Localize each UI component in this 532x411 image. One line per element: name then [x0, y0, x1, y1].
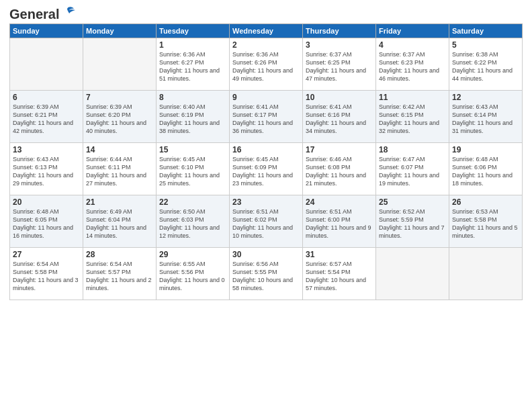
calendar-day-cell	[10, 38, 83, 91]
day-number: 7	[86, 93, 153, 102]
day-number: 23	[232, 197, 300, 207]
calendar-day-cell: 12Sunrise: 6:43 AM Sunset: 6:14 PM Dayli…	[449, 91, 523, 143]
page-container: General SundayMondayTuesdayWednesdayThur…	[0, 0, 532, 411]
day-info: Sunrise: 6:48 AM Sunset: 6:06 PM Dayligh…	[452, 155, 519, 188]
calendar-day-cell: 4Sunrise: 6:37 AM Sunset: 6:23 PM Daylig…	[376, 38, 449, 91]
day-number: 10	[306, 93, 373, 102]
calendar-day-cell: 29Sunrise: 6:55 AM Sunset: 5:56 PM Dayli…	[157, 248, 230, 300]
calendar-day-cell: 27Sunrise: 6:54 AM Sunset: 5:58 PM Dayli…	[10, 248, 83, 300]
weekday-header: Wednesday	[230, 24, 303, 38]
day-number: 25	[379, 197, 446, 207]
day-info: Sunrise: 6:41 AM Sunset: 6:17 PM Dayligh…	[232, 103, 300, 136]
day-info: Sunrise: 6:37 AM Sunset: 6:23 PM Dayligh…	[379, 50, 446, 83]
day-number: 2	[232, 40, 300, 50]
weekday-header: Sunday	[10, 24, 83, 38]
day-number: 19	[452, 145, 519, 154]
day-info: Sunrise: 6:51 AM Sunset: 6:02 PM Dayligh…	[232, 208, 300, 240]
calendar-day-cell	[83, 38, 157, 91]
day-info: Sunrise: 6:53 AM Sunset: 5:58 PM Dayligh…	[452, 208, 519, 240]
header: General	[9, 7, 523, 19]
calendar-week-row: 6Sunrise: 6:39 AM Sunset: 6:21 PM Daylig…	[10, 91, 523, 143]
day-info: Sunrise: 6:48 AM Sunset: 6:05 PM Dayligh…	[13, 208, 80, 240]
calendar-day-cell: 14Sunrise: 6:44 AM Sunset: 6:11 PM Dayli…	[83, 143, 157, 195]
day-number: 5	[452, 40, 519, 50]
day-number: 11	[379, 93, 446, 102]
day-number: 14	[86, 145, 153, 154]
day-number: 12	[452, 93, 519, 102]
logo: General	[9, 7, 75, 19]
day-number: 1	[159, 40, 226, 50]
day-info: Sunrise: 6:39 AM Sunset: 6:21 PM Dayligh…	[13, 103, 80, 136]
calendar-day-cell: 1Sunrise: 6:36 AM Sunset: 6:27 PM Daylig…	[157, 38, 230, 91]
day-info: Sunrise: 6:40 AM Sunset: 6:19 PM Dayligh…	[159, 103, 226, 136]
calendar-day-cell: 19Sunrise: 6:48 AM Sunset: 6:06 PM Dayli…	[449, 143, 523, 195]
calendar-day-cell: 20Sunrise: 6:48 AM Sunset: 6:05 PM Dayli…	[10, 195, 83, 248]
calendar-day-cell: 28Sunrise: 6:54 AM Sunset: 5:57 PM Dayli…	[83, 248, 157, 300]
logo-general: General	[9, 7, 59, 22]
calendar-day-cell: 25Sunrise: 6:52 AM Sunset: 5:59 PM Dayli…	[376, 195, 449, 248]
calendar-day-cell: 15Sunrise: 6:45 AM Sunset: 6:10 PM Dayli…	[157, 143, 230, 195]
day-info: Sunrise: 6:45 AM Sunset: 6:09 PM Dayligh…	[232, 155, 300, 188]
day-number: 17	[306, 145, 373, 154]
calendar-day-cell: 21Sunrise: 6:49 AM Sunset: 6:04 PM Dayli…	[83, 195, 157, 248]
day-info: Sunrise: 6:51 AM Sunset: 6:00 PM Dayligh…	[306, 208, 373, 240]
calendar-header-row: SundayMondayTuesdayWednesdayThursdayFrid…	[10, 24, 523, 38]
day-number: 15	[159, 145, 226, 154]
calendar-week-row: 27Sunrise: 6:54 AM Sunset: 5:58 PM Dayli…	[10, 248, 523, 300]
day-info: Sunrise: 6:39 AM Sunset: 6:20 PM Dayligh…	[86, 103, 153, 136]
day-number: 4	[379, 40, 446, 50]
weekday-header: Friday	[376, 24, 449, 38]
day-number: 30	[232, 250, 300, 259]
calendar-week-row: 13Sunrise: 6:43 AM Sunset: 6:13 PM Dayli…	[10, 143, 523, 195]
day-number: 21	[86, 197, 153, 207]
calendar-day-cell: 16Sunrise: 6:45 AM Sunset: 6:09 PM Dayli…	[230, 143, 303, 195]
weekday-header: Thursday	[303, 24, 376, 38]
day-info: Sunrise: 6:55 AM Sunset: 5:56 PM Dayligh…	[159, 260, 226, 293]
day-info: Sunrise: 6:44 AM Sunset: 6:11 PM Dayligh…	[86, 155, 153, 188]
day-number: 31	[306, 250, 373, 259]
calendar-day-cell: 30Sunrise: 6:56 AM Sunset: 5:55 PM Dayli…	[230, 248, 303, 300]
weekday-header: Monday	[83, 24, 157, 38]
calendar-day-cell: 31Sunrise: 6:57 AM Sunset: 5:54 PM Dayli…	[303, 248, 376, 300]
day-number: 24	[306, 197, 373, 207]
day-info: Sunrise: 6:57 AM Sunset: 5:54 PM Dayligh…	[306, 260, 373, 293]
day-info: Sunrise: 6:54 AM Sunset: 5:57 PM Dayligh…	[86, 260, 153, 293]
calendar-day-cell: 7Sunrise: 6:39 AM Sunset: 6:20 PM Daylig…	[83, 91, 157, 143]
day-info: Sunrise: 6:56 AM Sunset: 5:55 PM Dayligh…	[232, 260, 300, 293]
calendar-day-cell: 24Sunrise: 6:51 AM Sunset: 6:00 PM Dayli…	[303, 195, 376, 248]
calendar-table: SundayMondayTuesdayWednesdayThursdayFrid…	[9, 24, 523, 300]
day-number: 26	[452, 197, 519, 207]
day-number: 3	[306, 40, 373, 50]
logo-bird-icon	[60, 6, 75, 18]
calendar-day-cell: 17Sunrise: 6:46 AM Sunset: 6:08 PM Dayli…	[303, 143, 376, 195]
day-info: Sunrise: 6:38 AM Sunset: 6:22 PM Dayligh…	[452, 50, 519, 83]
day-number: 20	[13, 197, 80, 207]
calendar-day-cell	[449, 248, 523, 300]
calendar-day-cell: 3Sunrise: 6:37 AM Sunset: 6:25 PM Daylig…	[303, 38, 376, 91]
day-number: 29	[159, 250, 226, 259]
calendar-day-cell: 11Sunrise: 6:42 AM Sunset: 6:15 PM Dayli…	[376, 91, 449, 143]
day-number: 18	[379, 145, 446, 154]
calendar-day-cell: 6Sunrise: 6:39 AM Sunset: 6:21 PM Daylig…	[10, 91, 83, 143]
calendar-day-cell: 8Sunrise: 6:40 AM Sunset: 6:19 PM Daylig…	[157, 91, 230, 143]
calendar-week-row: 1Sunrise: 6:36 AM Sunset: 6:27 PM Daylig…	[10, 38, 523, 91]
day-number: 9	[232, 93, 300, 102]
day-info: Sunrise: 6:46 AM Sunset: 6:08 PM Dayligh…	[306, 155, 373, 188]
calendar-day-cell: 22Sunrise: 6:50 AM Sunset: 6:03 PM Dayli…	[157, 195, 230, 248]
day-number: 27	[13, 250, 80, 259]
day-info: Sunrise: 6:54 AM Sunset: 5:58 PM Dayligh…	[13, 260, 80, 293]
day-number: 8	[159, 93, 226, 102]
day-number: 22	[159, 197, 226, 207]
day-info: Sunrise: 6:47 AM Sunset: 6:07 PM Dayligh…	[379, 155, 446, 188]
calendar-day-cell: 26Sunrise: 6:53 AM Sunset: 5:58 PM Dayli…	[449, 195, 523, 248]
weekday-header: Saturday	[449, 24, 523, 38]
day-info: Sunrise: 6:36 AM Sunset: 6:27 PM Dayligh…	[159, 50, 226, 83]
calendar-day-cell: 9Sunrise: 6:41 AM Sunset: 6:17 PM Daylig…	[230, 91, 303, 143]
day-info: Sunrise: 6:36 AM Sunset: 6:26 PM Dayligh…	[232, 50, 300, 83]
calendar-day-cell: 5Sunrise: 6:38 AM Sunset: 6:22 PM Daylig…	[449, 38, 523, 91]
day-info: Sunrise: 6:43 AM Sunset: 6:14 PM Dayligh…	[452, 103, 519, 136]
day-info: Sunrise: 6:41 AM Sunset: 6:16 PM Dayligh…	[306, 103, 373, 136]
day-info: Sunrise: 6:37 AM Sunset: 6:25 PM Dayligh…	[306, 50, 373, 83]
calendar-day-cell: 13Sunrise: 6:43 AM Sunset: 6:13 PM Dayli…	[10, 143, 83, 195]
weekday-header: Tuesday	[157, 24, 230, 38]
